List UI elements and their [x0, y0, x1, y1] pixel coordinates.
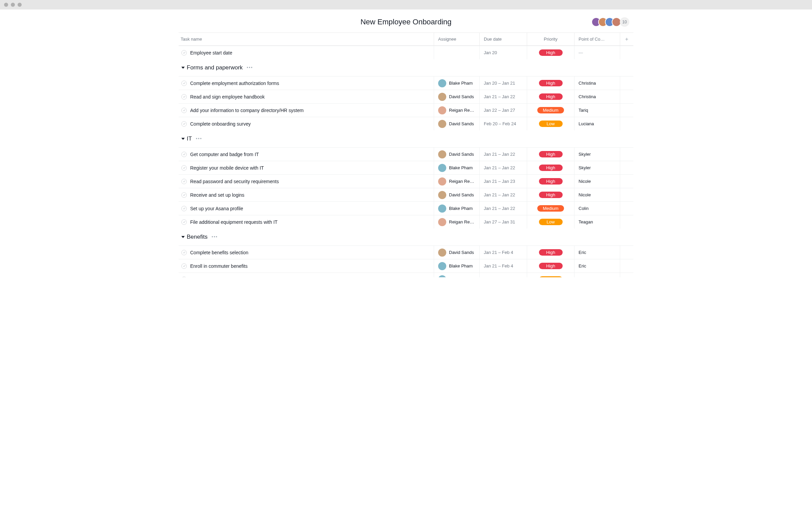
complete-task-checkbox[interactable] — [181, 121, 187, 127]
task-assignee-cell[interactable]: David Sands — [434, 90, 479, 103]
priority-pill[interactable]: Low — [539, 121, 563, 127]
task-assignee-cell[interactable]: David Sands — [434, 188, 479, 201]
task-row[interactable]: Set up your Asana profileBlake PhamJan 2… — [179, 201, 633, 215]
project-members[interactable]: 10 — [594, 17, 629, 27]
task-row[interactable]: Get computer and badge from ITDavid Sand… — [179, 147, 633, 161]
complete-task-checkbox[interactable] — [181, 219, 187, 225]
complete-task-checkbox[interactable] — [181, 108, 187, 113]
priority-pill[interactable]: Low — [539, 276, 563, 278]
priority-pill[interactable]: Medium — [537, 205, 564, 212]
task-priority-cell[interactable]: Medium — [527, 202, 574, 215]
caret-down-icon[interactable] — [181, 138, 185, 140]
task-due-cell[interactable]: Jan 21 – Jan 22 — [479, 202, 527, 215]
priority-pill[interactable]: Low — [539, 219, 563, 225]
task-row[interactable]: Complete employment authorization formsB… — [179, 76, 633, 90]
task-due-cell[interactable]: Jan 21 – Jan 22 — [479, 148, 527, 161]
column-due-date[interactable]: Due date — [479, 33, 527, 45]
task-due-cell[interactable]: Jan 21 – Jan 23 — [479, 175, 527, 188]
complete-task-checkbox[interactable] — [181, 179, 187, 184]
task-due-cell[interactable]: Jan 21 – Jan 22 — [479, 188, 527, 201]
priority-pill[interactable]: High — [539, 165, 563, 171]
column-point-of-contact[interactable]: Point of Co… — [574, 33, 620, 45]
task-due-cell[interactable]: Jan 21 – Jan 22 — [479, 161, 527, 174]
task-priority-cell[interactable]: High — [527, 175, 574, 188]
task-poc-cell[interactable]: Nicole — [574, 188, 620, 201]
task-row[interactable]: Read password and security requirementsR… — [179, 174, 633, 188]
task-priority-cell[interactable]: High — [527, 188, 574, 201]
section-header[interactable]: Forms and paperwork••• — [179, 59, 633, 76]
task-row[interactable]: Employee start dateJan 20High— — [179, 46, 633, 59]
complete-task-checkbox[interactable] — [181, 192, 187, 198]
complete-task-checkbox[interactable] — [181, 206, 187, 211]
column-priority[interactable]: Priority — [527, 33, 574, 45]
task-priority-cell[interactable]: Medium — [527, 104, 574, 117]
minimize-window-button[interactable] — [11, 3, 15, 7]
task-poc-cell[interactable]: Eric — [574, 246, 620, 259]
task-priority-cell[interactable]: High — [527, 246, 574, 259]
task-due-cell[interactable]: Jan 20 – Jan 21 — [479, 77, 527, 90]
task-assignee-cell[interactable]: David Sands — [434, 246, 479, 259]
complete-task-checkbox[interactable] — [181, 81, 187, 86]
task-due-cell[interactable]: Feb 20 – Feb 24 — [479, 117, 527, 130]
task-row[interactable]: Explore additional benefits and perksBla… — [179, 273, 633, 277]
task-priority-cell[interactable]: High — [527, 148, 574, 161]
task-row[interactable]: Complete onboarding surveyDavid SandsFeb… — [179, 117, 633, 130]
priority-pill[interactable]: High — [539, 49, 563, 56]
complete-task-checkbox[interactable] — [181, 152, 187, 157]
task-poc-cell[interactable]: Colin — [574, 202, 620, 215]
task-poc-cell[interactable]: Skyler — [574, 148, 620, 161]
task-due-cell[interactable]: Jan 27 – Feb 14 — [479, 273, 527, 277]
task-priority-cell[interactable]: High — [527, 259, 574, 273]
task-row[interactable]: Read and sign employee handbookDavid San… — [179, 90, 633, 103]
task-assignee-cell[interactable]: Reigan Rea… — [434, 104, 479, 117]
task-priority-cell[interactable]: Low — [527, 215, 574, 229]
task-assignee-cell[interactable]: Blake Pham — [434, 259, 479, 273]
task-priority-cell[interactable]: High — [527, 77, 574, 90]
task-due-cell[interactable]: Jan 21 – Feb 4 — [479, 246, 527, 259]
task-priority-cell[interactable]: High — [527, 46, 574, 59]
caret-down-icon[interactable] — [181, 67, 185, 69]
task-poc-cell[interactable]: Teagan — [574, 215, 620, 229]
add-column-button[interactable]: + — [620, 33, 633, 45]
priority-pill[interactable]: High — [539, 80, 563, 86]
task-poc-cell[interactable]: Nicole — [574, 175, 620, 188]
task-poc-cell[interactable]: — — [574, 46, 620, 59]
maximize-window-button[interactable] — [18, 3, 22, 7]
task-assignee-cell[interactable]: Blake Pham — [434, 77, 479, 90]
task-poc-cell[interactable]: Skyler — [574, 161, 620, 174]
task-row[interactable]: File additional equipment requests with … — [179, 215, 633, 229]
task-priority-cell[interactable]: High — [527, 161, 574, 174]
task-row[interactable]: Enroll in commuter benefitsBlake PhamJan… — [179, 259, 633, 273]
section-header[interactable]: Benefits••• — [179, 229, 633, 245]
task-row[interactable]: Register your mobile device with ITBlake… — [179, 161, 633, 174]
task-assignee-cell[interactable]: Reigan Rea… — [434, 175, 479, 188]
task-due-cell[interactable]: Jan 20 — [479, 46, 527, 59]
priority-pill[interactable]: Medium — [537, 107, 564, 113]
complete-task-checkbox[interactable] — [181, 50, 187, 56]
task-priority-cell[interactable]: High — [527, 90, 574, 103]
priority-pill[interactable]: High — [539, 178, 563, 185]
column-assignee[interactable]: Assignee — [434, 33, 479, 45]
section-menu-icon[interactable]: ••• — [196, 136, 202, 141]
task-assignee-cell[interactable]: Blake Pham — [434, 161, 479, 174]
task-poc-cell[interactable]: Luciana — [574, 117, 620, 130]
task-assignee-cell[interactable]: Reigan Rea… — [434, 215, 479, 229]
priority-pill[interactable]: High — [539, 263, 563, 269]
complete-task-checkbox[interactable] — [181, 94, 187, 100]
task-poc-cell[interactable]: Christina — [574, 77, 620, 90]
task-priority-cell[interactable]: Low — [527, 117, 574, 130]
task-poc-cell[interactable]: Christina — [574, 90, 620, 103]
column-task-name[interactable]: Task name — [179, 37, 434, 42]
task-poc-cell[interactable]: Tariq — [574, 104, 620, 117]
caret-down-icon[interactable] — [181, 236, 185, 238]
section-menu-icon[interactable]: ••• — [247, 65, 253, 70]
complete-task-checkbox[interactable] — [181, 165, 187, 171]
task-due-cell[interactable]: Jan 21 – Feb 4 — [479, 259, 527, 273]
task-poc-cell[interactable]: Eric — [574, 259, 620, 273]
task-assignee-cell[interactable]: Blake Pham — [434, 202, 479, 215]
priority-pill[interactable]: High — [539, 192, 563, 198]
task-assignee-cell[interactable]: David Sands — [434, 117, 479, 130]
task-priority-cell[interactable]: Low — [527, 273, 574, 277]
complete-task-checkbox[interactable] — [181, 250, 187, 255]
task-row[interactable]: Receive and set up loginsDavid SandsJan … — [179, 188, 633, 201]
